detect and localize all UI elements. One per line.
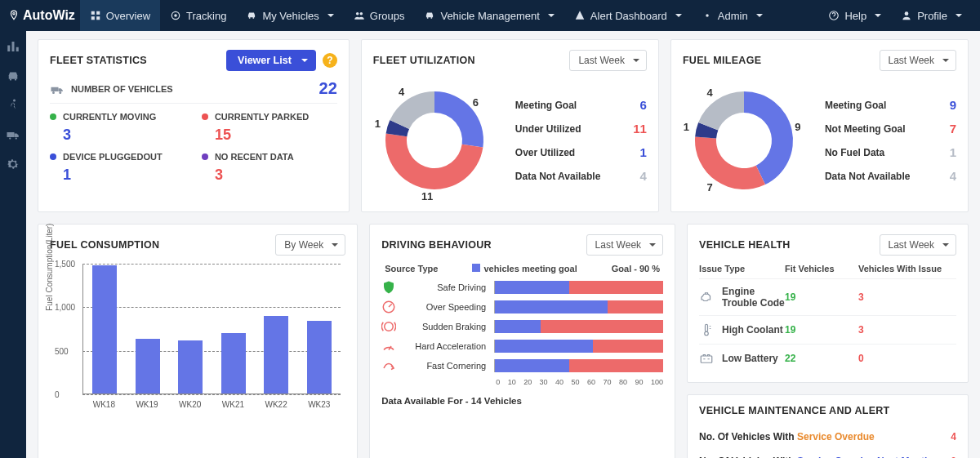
bar-track bbox=[494, 359, 663, 372]
card-title: FUEL MILEAGE bbox=[683, 55, 761, 66]
car-icon[interactable] bbox=[6, 69, 20, 83]
health-range-select[interactable]: Last Week bbox=[880, 234, 956, 256]
nav-tracking[interactable]: Tracking bbox=[160, 0, 236, 31]
behaviour-footnote: Data Available For - 14 Vehicles bbox=[381, 396, 663, 406]
fleet-statistics-card: FLEET STATISTICS Viewer List ? NUMBER OF… bbox=[38, 39, 350, 212]
issue-value: 0 bbox=[858, 353, 956, 364]
nav-help[interactable]: Help bbox=[818, 0, 891, 31]
health-row: High Coolant193 bbox=[699, 315, 956, 344]
stat-value: 3 bbox=[50, 125, 185, 149]
y-axis-label: Fuel Consumption(Liter) bbox=[45, 224, 54, 311]
bar-track bbox=[494, 281, 663, 294]
nav-admin[interactable]: Admin bbox=[692, 0, 773, 31]
card-title: FLEET UTILIZATION bbox=[373, 55, 475, 66]
x-tick: 50 bbox=[572, 378, 580, 386]
svg-point-19 bbox=[10, 78, 11, 80]
behaviour-row: Fast Cornering bbox=[381, 358, 663, 373]
corner-icon bbox=[381, 358, 396, 373]
issue-value: 3 bbox=[858, 291, 956, 303]
maint-link[interactable]: Service Overdue bbox=[797, 431, 875, 442]
shield-icon bbox=[381, 280, 396, 295]
viewer-list-button[interactable]: Viewer List bbox=[226, 50, 316, 71]
card-title: VEHICLE MAINTENANCE AND ALERT bbox=[699, 405, 956, 416]
profile-icon bbox=[901, 10, 912, 21]
issue-label: Engine Trouble Code bbox=[722, 286, 785, 309]
legend-value: 4 bbox=[630, 169, 647, 183]
x-tick: 30 bbox=[540, 378, 548, 386]
stat-label: NO RECENT DATA bbox=[202, 149, 337, 165]
fleet-utilization-card: FLEET UTILIZATION Last Week 61114 Meetin… bbox=[361, 39, 659, 212]
behaviour-row: Over Speeding bbox=[381, 300, 663, 314]
bar bbox=[92, 265, 117, 394]
svg-point-29 bbox=[385, 322, 394, 331]
nav-label: Overview bbox=[106, 10, 150, 22]
nav-label: Help bbox=[844, 10, 866, 22]
svg-point-9 bbox=[356, 12, 359, 15]
legend-label: Meeting Goal bbox=[825, 100, 886, 111]
vehicle-health-card: VEHICLE HEALTH Last Week Issue Type Fit … bbox=[687, 224, 969, 383]
truck-icon[interactable] bbox=[6, 127, 20, 142]
num-vehicles-label: NUMBER OF VEHICLES bbox=[71, 84, 173, 94]
nav-groups[interactable]: Groups bbox=[344, 0, 415, 31]
brand-text: AutoWiz bbox=[23, 8, 75, 23]
maintenance-row: No. Of Vehicles With Service Overdue Nex… bbox=[699, 449, 956, 458]
bar bbox=[264, 316, 288, 394]
nav-label: Alert Dashboard bbox=[590, 10, 667, 22]
run-icon[interactable] bbox=[6, 98, 20, 113]
nav-label: Profile bbox=[917, 10, 947, 22]
nav-overview[interactable]: Overview bbox=[80, 0, 160, 31]
admin-icon bbox=[702, 10, 713, 21]
svg-rect-3 bbox=[91, 16, 95, 20]
battery-icon bbox=[699, 351, 714, 366]
legend-label: Data Not Available bbox=[515, 171, 600, 182]
main-content: FLEET STATISTICS Viewer List ? NUMBER OF… bbox=[26, 31, 980, 458]
speed-icon bbox=[381, 300, 396, 314]
behaviour-range-select[interactable]: Last Week bbox=[586, 234, 663, 256]
x-tick: 40 bbox=[555, 378, 564, 386]
stat-value: 15 bbox=[202, 125, 337, 149]
nav-items: OverviewTrackingMy VehiclesGroupsVehicle… bbox=[80, 0, 773, 31]
nav-alert-dashboard[interactable]: Alert Dashboard bbox=[564, 0, 692, 31]
nav-vehicle-management[interactable]: Vehicle Management bbox=[414, 0, 564, 31]
help-icon[interactable]: ? bbox=[323, 53, 337, 68]
nav-label: My Vehicles bbox=[262, 10, 318, 22]
x-tick: 0 bbox=[496, 378, 500, 386]
fuel-consumption-card: FUEL CONSUMPTION By Week Fuel Consumptio… bbox=[38, 224, 358, 458]
card-title: FUEL CONSUMPTION bbox=[50, 239, 159, 251]
legend-value: 1 bbox=[630, 145, 647, 159]
donut-segment-label: 6 bbox=[473, 96, 479, 109]
mileage-range-select[interactable]: Last Week bbox=[880, 50, 956, 71]
tracking-icon bbox=[170, 10, 181, 21]
nav-my-vehicles[interactable]: My Vehicles bbox=[236, 0, 343, 31]
nav-label: Vehicle Management bbox=[440, 10, 539, 22]
driving-behaviour-card: DRIVING BEHAVIOUR Last Week Source Type … bbox=[369, 224, 675, 458]
svg-rect-2 bbox=[96, 11, 100, 15]
svg-point-21 bbox=[13, 100, 16, 102]
svg-rect-22 bbox=[7, 132, 15, 137]
gear-icon[interactable] bbox=[6, 157, 20, 171]
chart-icon[interactable] bbox=[6, 39, 20, 54]
svg-rect-32 bbox=[701, 356, 712, 362]
x-tick: 60 bbox=[587, 378, 595, 386]
svg-point-12 bbox=[431, 17, 433, 19]
donut-segment-label: 11 bbox=[421, 190, 433, 202]
utilization-range-select[interactable]: Last Week bbox=[569, 50, 646, 71]
nav-profile[interactable]: Profile bbox=[891, 0, 972, 31]
col-issue-type: Issue Type bbox=[699, 264, 785, 273]
my-vehicles-icon bbox=[246, 10, 257, 21]
x-tick: 70 bbox=[604, 378, 612, 386]
maint-label: No. Of Vehicles With Service Overdue bbox=[699, 431, 875, 442]
consumption-range-select[interactable]: By Week bbox=[275, 234, 345, 256]
behaviour-goal: Goal - 90 % bbox=[612, 264, 660, 273]
overview-icon bbox=[90, 10, 101, 21]
x-tick: WK23 bbox=[308, 400, 330, 409]
donut-segment-label: 9 bbox=[795, 121, 800, 133]
behaviour-row: Sudden Braking bbox=[381, 319, 663, 334]
legend-label: No Fuel Data bbox=[825, 147, 884, 158]
svg-rect-4 bbox=[96, 16, 100, 20]
svg-point-23 bbox=[9, 137, 11, 139]
svg-point-8 bbox=[253, 17, 255, 19]
donut-segment-label: 1 bbox=[684, 121, 689, 133]
alert-dashboard-icon bbox=[574, 10, 586, 21]
maint-value: 4 bbox=[951, 431, 956, 442]
